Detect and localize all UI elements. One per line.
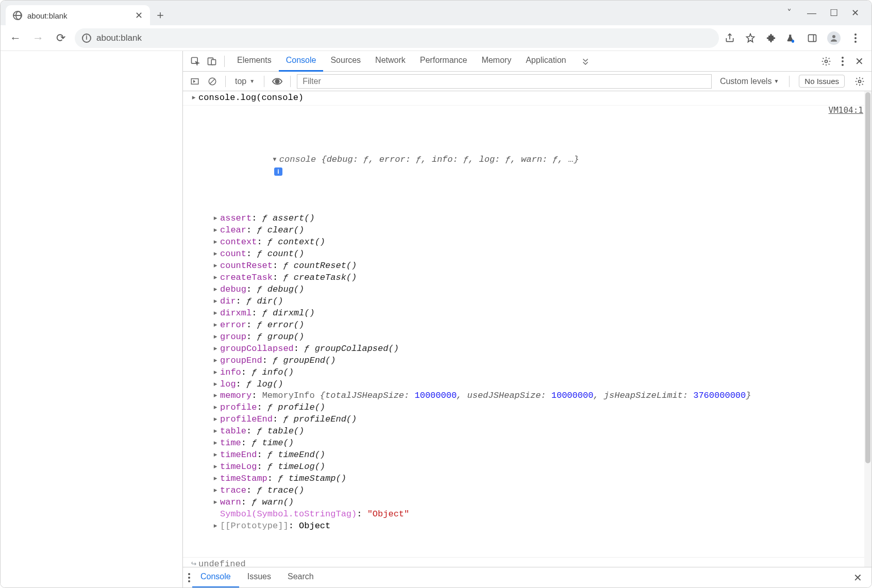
console-input-echo: console.log(console) [183,91,871,106]
device-toolbar-icon[interactable] [205,54,219,69]
object-property[interactable]: ▸time: ƒ time() [213,438,865,449]
bookmark-icon[interactable] [745,32,756,44]
devtools-menu-icon[interactable] [835,54,850,69]
devtools-tab-network[interactable]: Network [368,51,413,72]
info-badge-icon[interactable]: i [274,167,282,176]
object-property[interactable]: ▸clear: ƒ clear() [213,225,865,237]
object-property[interactable]: ▸info: ƒ info() [213,367,865,379]
object-property[interactable]: ▸trace: ƒ trace() [213,485,865,497]
object-property[interactable]: ▸profileEnd: ƒ profileEnd() [213,414,865,426]
object-property[interactable]: ▸group: ƒ group() [213,331,865,343]
object-property[interactable]: ▸dirxml: ƒ dirxml() [213,308,865,320]
object-property[interactable]: ▸log: ƒ log() [213,379,865,391]
drawer-tab-search[interactable]: Search [279,567,322,588]
drawer-menu-icon[interactable] [188,573,190,582]
source-link[interactable]: VM104:1 [829,105,863,116]
maximize-icon[interactable]: ☐ [830,7,838,19]
dropdown-icon: ▼ [774,78,779,84]
devtools-tab-memory[interactable]: Memory [474,51,518,72]
devtools-tab-application[interactable]: Application [518,51,573,72]
devtools-tab-performance[interactable]: Performance [413,51,475,72]
tab-search-icon[interactable]: ˅ [784,8,794,18]
drawer-tab-console[interactable]: Console [192,567,239,588]
close-window-icon[interactable]: ✕ [851,7,859,19]
more-tabs-icon[interactable] [578,54,593,69]
drawer-close-icon[interactable]: ✕ [849,572,866,584]
drawer-tab-issues[interactable]: Issues [239,567,279,588]
context-selector[interactable]: top ▼ [232,77,258,86]
devtools-tab-console[interactable]: Console [279,51,324,72]
object-property[interactable]: ▸groupCollapsed: ƒ groupCollapsed() [213,343,865,355]
toggle-drawer-icon[interactable] [188,75,202,88]
svg-point-11 [859,80,861,82]
object-property[interactable]: ▸timeLog: ƒ timeLog() [213,461,865,473]
omnibox[interactable]: about:blank [75,28,719,48]
svg-line-9 [210,79,215,83]
reload-button[interactable]: ⟳ [52,29,70,47]
side-panel-icon[interactable] [807,32,818,44]
forward-button[interactable]: → [29,29,47,47]
svg-rect-0 [809,35,816,41]
svg-rect-5 [211,59,215,64]
browser-tab[interactable]: about:blank ✕ [6,5,150,26]
close-tab-icon[interactable]: ✕ [135,10,143,21]
devtools-settings-icon[interactable] [819,54,833,69]
object-property[interactable]: ▸memory: MemoryInfo {totalJSHeapSize: 10… [213,390,865,402]
extensions-icon[interactable] [765,32,777,44]
log-levels-selector[interactable]: Custom levels ▼ [716,77,783,86]
expand-icon[interactable] [190,93,197,103]
console-toolbar: top ▼ Custom levels ▼ No Issues [183,72,871,91]
browser-toolbar: ← → ⟳ about:blank [1,25,871,51]
return-arrow-icon: ↩ [191,559,196,567]
devtools-close-icon[interactable]: ✕ [852,54,866,69]
object-property[interactable]: ▸warn: ƒ warn() [213,497,865,509]
console-settings-icon[interactable] [853,75,866,88]
object-property[interactable]: ▸table: ƒ table() [213,426,865,438]
devtools-tab-sources[interactable]: Sources [323,51,368,72]
object-property[interactable]: ▸count: ƒ count() [213,248,865,260]
url-text: about:blank [96,33,142,43]
object-property[interactable]: ▸assert: ƒ assert() [213,213,865,225]
devtools-tab-elements[interactable]: Elements [230,51,279,72]
minimize-icon[interactable]: — [807,8,816,19]
share-icon[interactable] [724,32,735,44]
object-property[interactable]: ▸dir: ƒ dir() [213,296,865,308]
browser-menu-button[interactable] [850,32,861,44]
object-property[interactable]: ▸profile: ƒ profile() [213,402,865,414]
object-property[interactable]: ▸context: ƒ context() [213,237,865,248]
object-property[interactable]: ▸timeEnd: ƒ timeEnd() [213,449,865,461]
console-log-output: VM104:1 console {debug: ƒ, error: ƒ, inf… [183,106,871,557]
console-return-row: ↩ undefined [183,557,871,567]
svg-point-6 [825,60,828,62]
page-viewport [1,51,183,587]
clear-console-icon[interactable] [206,75,219,88]
site-info-icon[interactable] [82,33,91,43]
scrollbar[interactable] [864,91,871,567]
context-selector-label: top [235,77,246,86]
object-property[interactable]: ▸groupEnd: ƒ groupEnd() [213,355,865,367]
back-button[interactable]: ← [7,29,24,47]
svg-point-2 [832,35,835,38]
tabstrip: about:blank ✕ ＋ ˅ — ☐ ✕ [1,1,871,25]
object-property[interactable]: ▸timeStamp: ƒ timeStamp() [213,473,865,485]
labs-icon[interactable] [786,32,797,44]
collapse-icon[interactable] [272,155,279,164]
devtools-tablist: ElementsConsoleSourcesNetworkPerformance… [183,51,871,72]
log-levels-label: Custom levels [720,77,772,86]
filter-input[interactable] [297,74,712,89]
object-summary[interactable]: console {debug: ƒ, error: ƒ, info: ƒ, lo… [279,155,579,164]
object-property[interactable]: ▸error: ƒ error() [213,320,865,331]
devtools-drawer: ConsoleIssuesSearch ✕ [183,567,871,587]
inspect-element-icon[interactable] [188,54,203,69]
object-prototype[interactable]: ▸[[Prototype]]: Object [213,520,865,532]
object-property[interactable]: ▸debug: ƒ debug() [213,284,865,296]
live-expression-icon[interactable] [271,75,284,88]
dropdown-icon: ▼ [249,78,255,84]
object-property[interactable]: ▸countReset: ƒ countReset() [213,260,865,272]
new-tab-button[interactable]: ＋ [150,5,171,25]
issues-button[interactable]: No Issues [799,75,845,88]
console-output: console.log(console) VM104:1 console {de… [183,91,871,567]
console-input-text: console.log(console) [198,92,865,104]
object-property[interactable]: ▸createTask: ƒ createTask() [213,272,865,284]
profile-avatar[interactable] [827,31,841,45]
